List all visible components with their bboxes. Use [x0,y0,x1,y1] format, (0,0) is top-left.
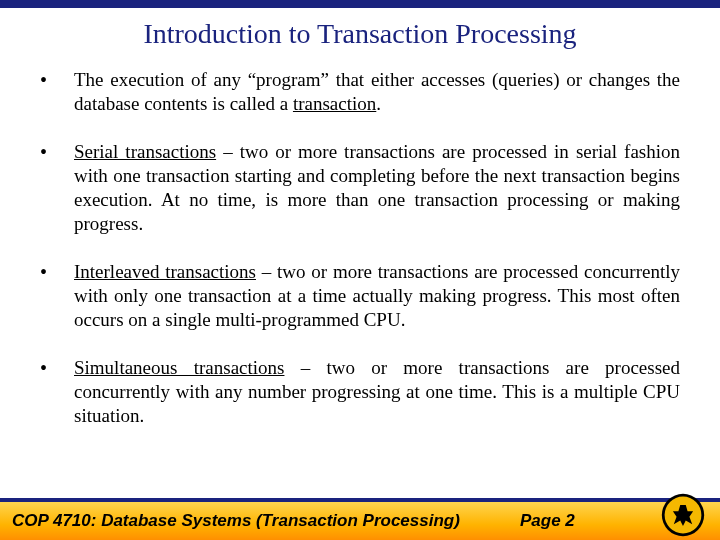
ucf-logo-icon [660,492,706,538]
slide-content: • The execution of any “program” that ei… [0,68,720,428]
bullet-marker: • [40,140,74,236]
top-border-bar [0,0,720,8]
bullet-marker: • [40,356,74,428]
underlined-term: transaction [293,93,376,114]
bullet-item: • The execution of any “program” that ei… [40,68,680,116]
underlined-term: Interleaved transactions [74,261,256,282]
footer: COP 4710: Database Systems (Transaction … [0,498,720,540]
bullet-text: Simultaneous transactions – two or more … [74,356,680,428]
underlined-term: Serial transactions [74,141,216,162]
footer-band: COP 4710: Database Systems (Transaction … [0,502,720,540]
bullet-marker: • [40,68,74,116]
bullet-item: • Interleaved transactions – two or more… [40,260,680,332]
slide-title: Introduction to Transaction Processing [0,18,720,50]
bullet-text: Serial transactions – two or more transa… [74,140,680,236]
bullet-marker: • [40,260,74,332]
bullet-text: Interleaved transactions – two or more t… [74,260,680,332]
bullet-item: • Serial transactions – two or more tran… [40,140,680,236]
underlined-term: Simultaneous transactions [74,357,284,378]
page-number: Page 2 [520,511,575,531]
text-segment: . [376,93,381,114]
bullet-text: The execution of any “program” that eith… [74,68,680,116]
bullet-item: • Simultaneous transactions – two or mor… [40,356,680,428]
course-label: COP 4710: Database Systems (Transaction … [12,511,460,531]
